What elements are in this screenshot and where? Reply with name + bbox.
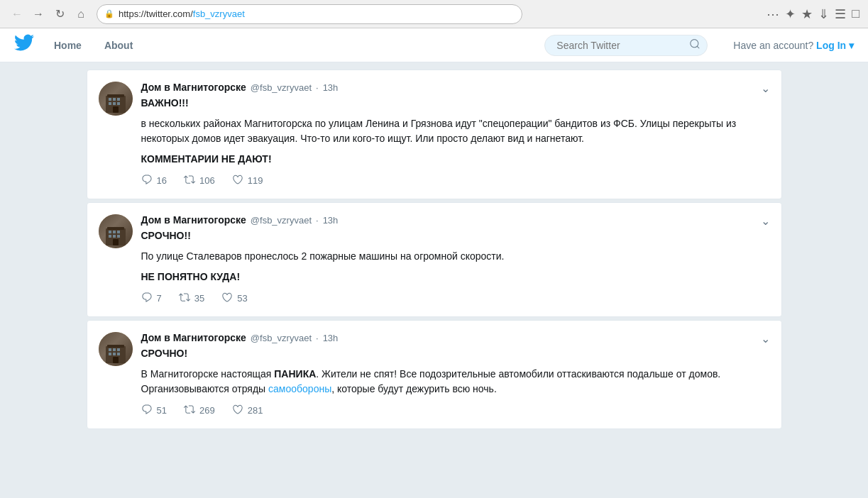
reply-icon [141,174,153,187]
svg-rect-23 [109,353,111,355]
svg-rect-21 [113,348,116,351]
tweet-header: Дом в Магнитогорске @fsb_vzryvaet · 13h [141,214,770,226]
tweet-body: Дом в Магнитогорске @fsb_vzryvaet · 13h … [141,332,770,417]
library-icon[interactable]: ☰ [835,6,846,22]
reply-count: 7 [157,293,162,304]
tweet-time: 13h [323,215,339,226]
url-highlight: fsb_vzryvaet [193,9,245,19]
reply-action[interactable]: 51 [141,404,167,417]
tweet-headline: ВАЖНО!!! [141,96,770,111]
about-link[interactable]: About [99,37,138,54]
forward-button[interactable]: → [30,6,47,23]
tweet-text-highlight: ПАНИКА [274,368,316,380]
svg-rect-25 [117,353,120,355]
tweet-subline: КОММЕНТАРИИ НЕ ДАЮТ! [141,152,770,167]
tweet-header: Дом в Магнитогорске @fsb_vzryvaet · 13h [141,332,770,343]
retweet-action[interactable]: 35 [179,292,204,305]
svg-rect-1 [107,94,124,97]
search-input[interactable] [544,35,708,56]
tweet-separator: · [316,333,319,343]
overflow-menu-icon[interactable]: ⋯ [767,6,779,22]
reply-icon [141,292,153,305]
refresh-button[interactable]: ↻ [51,6,68,23]
retweet-icon [184,404,195,417]
svg-rect-4 [117,98,120,101]
avatar-image [99,332,133,366]
tweet-subline: НЕ ПОНЯТНО КУДА! [141,270,770,284]
svg-rect-12 [113,231,116,233]
tweet-separator: · [316,215,319,226]
svg-rect-8 [113,106,119,113]
bookmark-icon[interactable]: ★ [801,6,813,22]
like-action[interactable]: 281 [232,404,263,417]
tweet-card: Дом в Магнитогорске @fsb_vzryvaet · 13h … [87,202,782,317]
home-link[interactable]: Home [48,37,87,54]
like-icon [232,174,243,187]
svg-rect-7 [117,102,120,105]
like-action[interactable]: 53 [221,292,247,305]
tweet-content: СРОЧНО! В Магнитогорске настоящая ПАНИКА… [141,346,770,397]
maximize-icon[interactable]: □ [852,6,859,21]
like-action[interactable]: 119 [232,174,263,187]
retweet-count: 35 [194,293,204,304]
search-button[interactable] [689,38,701,52]
like-count: 53 [237,293,247,304]
svg-rect-26 [113,357,119,363]
content-columns: Дом в Магнитогорске @fsb_vzryvaet · 13h … [79,62,789,439]
home-nav-button[interactable]: ⌂ [72,6,89,23]
tweet-handle[interactable]: @fsb_vzryvaet [251,333,312,343]
svg-rect-19 [107,345,124,348]
svg-rect-20 [109,348,111,351]
header-login: Have an account? Log In ▾ [733,40,854,51]
tweet-more-button[interactable]: ⌄ [761,82,770,95]
reply-count: 51 [157,405,167,416]
reply-icon [141,404,153,417]
header-nav: Home About [48,37,138,54]
tweet-text: По улице Сталеваров пронеслось 2 пожарны… [141,249,770,264]
retweet-icon [184,174,195,187]
tweet-text-link[interactable]: самообороны [268,383,331,394]
tweet-actions: 16 106 119 [141,174,770,187]
download-icon[interactable]: ⇓ [818,6,829,22]
tweet-username: Дом в Магнитогорске [141,214,246,226]
tweet-text: в нескольких районах Магнитогорска по ул… [141,116,770,146]
tweet-time: 13h [323,333,339,343]
tweet-text-part1: В Магнитогорске настоящая [141,368,275,380]
retweet-action[interactable]: 269 [184,404,215,417]
tweet-handle[interactable]: @fsb_vzryvaet [251,82,312,93]
tweet-content: ВАЖНО!!! в нескольких районах Магнитогор… [141,96,770,167]
address-bar[interactable]: 🔒 https://twitter.com/fsb_vzryvaet [97,4,522,24]
browser-actions: ⋯ ✦ ★ ⇓ ☰ □ [767,6,859,22]
tweet-username: Дом в Магнитогорске [141,332,246,343]
login-prompt-text: Have an account? [733,40,813,51]
reply-action[interactable]: 16 [141,174,167,187]
login-link[interactable]: Log In ▾ [816,40,854,51]
tweet-headline: СРОЧНО!! [141,228,770,243]
avatar-image [99,214,133,248]
twitter-logo[interactable] [14,33,34,57]
header-search [544,35,708,56]
tweet-card: Дом в Магнитогорске @fsb_vzryvaet · 13h … [87,70,782,199]
retweet-action[interactable]: 106 [184,174,215,187]
tweet-text: В Магнитогорске настоящая ПАНИКА. Жители… [141,367,770,397]
svg-rect-14 [109,235,111,238]
tweet-actions: 51 269 281 [141,404,770,417]
reply-count: 16 [157,175,167,186]
tweet-handle[interactable]: @fsb_vzryvaet [251,215,312,226]
pocket-icon[interactable]: ✦ [785,6,796,22]
url-text: https://twitter.com/fsb_vzryvaet [119,9,515,19]
tweet-separator: · [316,82,319,93]
svg-rect-11 [109,231,111,233]
svg-rect-22 [117,348,120,351]
twitter-header: Home About Have an account? Log In ▾ [0,28,868,62]
browser-chrome: ← → ↻ ⌂ 🔒 https://twitter.com/fsb_vzryva… [0,0,868,28]
tweet-more-button[interactable]: ⌄ [761,214,770,228]
tweet-more-button[interactable]: ⌄ [761,332,770,345]
search-container [544,35,708,56]
retweet-count: 269 [199,405,215,416]
tweet-text-part3: , которые будут дежурить всю ночь. [331,383,497,394]
tweet-headline: СРОЧНО! [141,346,770,361]
back-button[interactable]: ← [9,6,26,23]
page-wrapper: Дом в Магнитогорске @fsb_vzryvaet · 13h … [0,62,868,498]
reply-action[interactable]: 7 [141,292,162,305]
